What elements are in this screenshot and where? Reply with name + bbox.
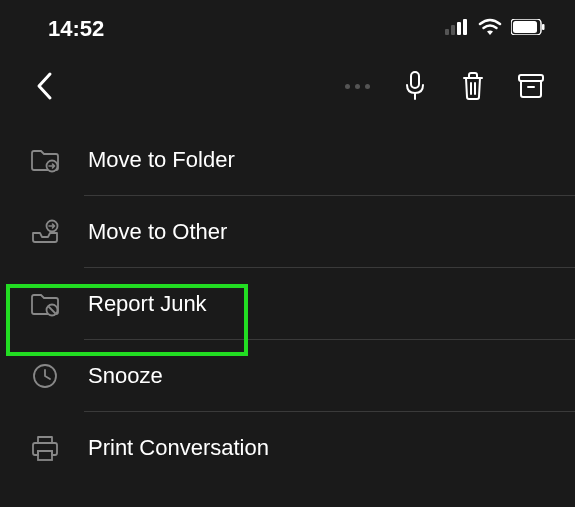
- svg-rect-7: [411, 72, 419, 88]
- archive-button[interactable]: [509, 64, 553, 108]
- svg-rect-0: [445, 29, 449, 35]
- action-menu: Move to Folder Move to Other Report Junk: [0, 124, 575, 484]
- menu-item-label: Move to Folder: [88, 147, 235, 173]
- svg-rect-5: [513, 21, 537, 33]
- cellular-icon: [445, 19, 469, 39]
- menu-item-move-folder[interactable]: Move to Folder: [0, 124, 575, 196]
- clock-icon: [28, 359, 62, 393]
- toolbar: [0, 54, 575, 124]
- status-time: 14:52: [48, 16, 104, 42]
- folder-junk-icon: [28, 287, 62, 321]
- menu-item-report-junk[interactable]: Report Junk: [0, 268, 575, 340]
- status-bar: 14:52: [0, 0, 575, 54]
- delete-button[interactable]: [451, 64, 495, 108]
- menu-item-label: Report Junk: [88, 291, 207, 317]
- menu-item-label: Print Conversation: [88, 435, 269, 461]
- menu-item-label: Snooze: [88, 363, 163, 389]
- battery-icon: [511, 19, 545, 39]
- svg-rect-6: [542, 24, 545, 30]
- more-button[interactable]: [335, 64, 379, 108]
- inbox-move-icon: [28, 215, 62, 249]
- wifi-icon: [477, 17, 503, 41]
- mic-button[interactable]: [393, 64, 437, 108]
- menu-item-snooze[interactable]: Snooze: [0, 340, 575, 412]
- svg-rect-2: [457, 22, 461, 35]
- ellipsis-icon: [345, 84, 370, 89]
- svg-rect-11: [519, 75, 543, 81]
- status-indicators: [445, 17, 545, 41]
- menu-item-print[interactable]: Print Conversation: [0, 412, 575, 484]
- back-button[interactable]: [22, 64, 66, 108]
- folder-move-icon: [28, 143, 62, 177]
- printer-icon: [28, 431, 62, 465]
- menu-item-move-other[interactable]: Move to Other: [0, 196, 575, 268]
- svg-rect-3: [463, 19, 467, 35]
- menu-item-label: Move to Other: [88, 219, 227, 245]
- svg-rect-1: [451, 25, 455, 35]
- svg-rect-18: [38, 451, 52, 460]
